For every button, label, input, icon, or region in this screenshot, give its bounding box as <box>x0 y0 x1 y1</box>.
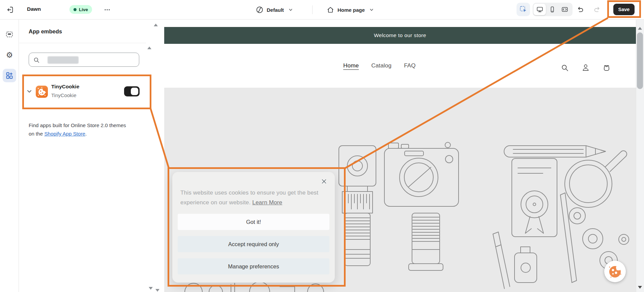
globe-icon <box>256 6 264 14</box>
search-icon <box>33 57 40 63</box>
manage-preferences-button[interactable]: Manage preferences <box>178 258 329 274</box>
inspect-element-button[interactable] <box>517 3 530 16</box>
more-options-button[interactable] <box>102 5 113 14</box>
topbar-divider <box>312 5 313 14</box>
nav-link-faq[interactable]: FAQ <box>404 62 416 69</box>
store-account-button[interactable] <box>580 62 591 74</box>
account-icon <box>581 63 591 73</box>
save-button[interactable]: Save <box>613 4 635 15</box>
inspector-icon <box>519 5 527 13</box>
preview-scrollbar-thumb[interactable] <box>637 32 643 89</box>
theme-name: Dawn <box>27 6 41 12</box>
chevron-down-icon <box>287 6 294 13</box>
cookie-icon <box>608 264 622 279</box>
chevron-down-icon <box>25 87 33 95</box>
gear-icon: ⚙ <box>6 51 13 59</box>
scroll-up-arrow[interactable] <box>147 47 151 49</box>
locale-selector[interactable]: Default <box>254 5 296 15</box>
undo-icon <box>576 6 584 14</box>
cookie-message-text: This website uses cookies to ensure you … <box>180 189 318 206</box>
topbar: Dawn Live Default <box>0 0 644 20</box>
nav-link-home[interactable]: Home <box>343 62 359 69</box>
app-embeds-icon <box>5 71 13 80</box>
close-icon <box>321 177 327 185</box>
embed-toggle[interactable] <box>124 86 140 96</box>
live-badge-label: Live <box>79 7 88 12</box>
editor-rail: ⚙ <box>0 19 19 292</box>
scroll-down-arrow[interactable] <box>155 289 159 292</box>
search-placeholder-skeleton <box>48 56 79 64</box>
page-selector[interactable]: Home page <box>324 5 377 15</box>
exit-icon <box>6 5 15 14</box>
announcement-text: Welcome to our store <box>374 32 426 38</box>
rail-app-embeds-button[interactable] <box>3 69 16 82</box>
redo-button[interactable] <box>592 5 602 15</box>
scrollbar-up-arrow[interactable] <box>638 27 642 30</box>
announcement-bar: Welcome to our store <box>164 27 636 44</box>
app-embeds-search[interactable] <box>29 53 139 67</box>
panel-divider <box>19 43 146 43</box>
scroll-down-arrow[interactable] <box>149 287 153 290</box>
tinycookie-app-icon <box>36 86 48 98</box>
store-cart-button[interactable] <box>601 62 612 74</box>
toggle-knob <box>131 88 138 95</box>
learn-more-link[interactable]: Learn More <box>252 199 282 206</box>
nav-link-catalog[interactable]: Catalog <box>371 62 391 69</box>
fullscreen-preview-button[interactable] <box>558 4 571 15</box>
rail-theme-settings-button[interactable]: ⚙ <box>3 48 16 62</box>
embed-name: TinyCookie <box>51 84 79 90</box>
scroll-up-arrow[interactable] <box>154 24 158 26</box>
chevron-down-icon <box>368 6 375 13</box>
shopify-app-store-link[interactable]: Shopify App Store <box>44 131 85 137</box>
fullscreen-icon <box>561 6 568 13</box>
accept-required-only-button[interactable]: Accept required only <box>178 236 329 252</box>
undo-button[interactable] <box>575 5 585 15</box>
desktop-icon <box>536 6 544 13</box>
embed-expand-chevron[interactable] <box>25 87 34 96</box>
home-icon <box>326 6 334 14</box>
got-it-button[interactable]: Got it! <box>178 214 329 230</box>
redo-icon <box>593 6 601 14</box>
device-preview-segmented <box>533 3 573 16</box>
scrollbar-down-arrow[interactable] <box>638 286 642 289</box>
sections-icon <box>5 30 13 38</box>
rail-sections-button[interactable] <box>3 28 16 41</box>
desktop-preview-button[interactable] <box>533 4 546 15</box>
dialog-close-button[interactable] <box>319 176 329 187</box>
store-nav: Home Catalog FAQ <box>343 62 416 69</box>
cookie-consent-dialog: This website uses cookies to ensure you … <box>172 172 335 283</box>
locale-selector-label: Default <box>267 7 284 13</box>
theme-editor: Dawn Live Default <box>0 0 644 292</box>
search-icon <box>560 63 570 73</box>
store-search-button[interactable] <box>559 62 570 74</box>
ellipsis-icon <box>104 6 111 13</box>
mobile-icon <box>549 6 556 13</box>
live-dot-icon <box>74 8 77 11</box>
footer-suffix: . <box>85 131 87 137</box>
cookie-settings-fab[interactable] <box>604 261 626 282</box>
embed-developer: TinyCookie <box>51 92 76 98</box>
cart-bag-icon <box>602 63 612 73</box>
mobile-preview-button[interactable] <box>546 4 558 15</box>
exit-editor-button[interactable] <box>5 4 16 15</box>
cookie-icon <box>36 86 48 98</box>
cookie-message: This website uses cookies to ensure you … <box>180 188 327 207</box>
page-selector-label: Home page <box>338 7 365 13</box>
panel-title: App embeds <box>29 28 62 35</box>
panel-footer-text: Find apps built for Online Store 2.0 the… <box>29 121 130 138</box>
live-status-badge: Live <box>69 5 92 14</box>
